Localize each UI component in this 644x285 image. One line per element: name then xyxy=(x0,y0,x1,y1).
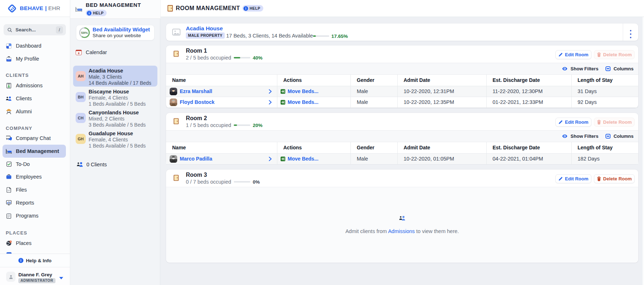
svg-text:59%: 59% xyxy=(81,31,88,35)
svg-text:8: 8 xyxy=(78,52,80,55)
